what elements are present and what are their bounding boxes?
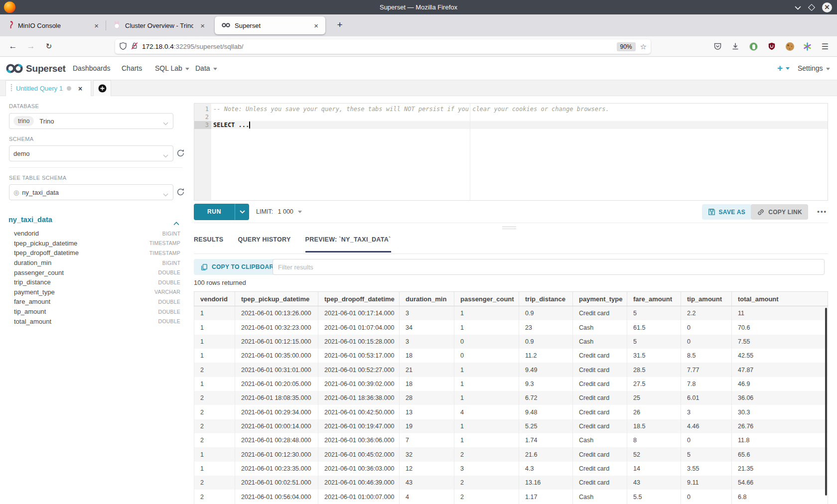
superset-brand[interactable]: Superset xyxy=(26,57,66,80)
nav-item-dashboards[interactable]: Dashboards xyxy=(73,57,111,80)
filter-results-input[interactable] xyxy=(273,259,825,275)
drag-handle-icon[interactable] xyxy=(10,84,12,94)
schema-select[interactable]: demo xyxy=(9,145,173,161)
app-root: Superset — Mozilla Firefox ✕ MinIO Conso… xyxy=(0,0,837,504)
nav-item-charts[interactable]: Charts xyxy=(122,57,142,80)
multi-account-icon[interactable] xyxy=(802,41,813,52)
table-cell: 1.17 xyxy=(519,490,573,504)
more-options-button[interactable]: ••• xyxy=(817,204,827,220)
add-query-tab-button[interactable] xyxy=(93,80,111,96)
lock-insecure-icon[interactable] xyxy=(131,42,139,52)
query-tab-active[interactable]: Untitled Query 1 × xyxy=(5,80,91,96)
run-button-label[interactable]: RUN xyxy=(194,204,235,220)
sql-comment-line: -- Note: Unless you save your query, the… xyxy=(211,105,828,113)
schema-column-row[interactable]: vendoridBIGINT xyxy=(14,229,180,239)
shield-icon[interactable] xyxy=(119,42,127,52)
text-cursor xyxy=(249,122,250,128)
table-cell: 2021-06-01 00:02:51.000 xyxy=(235,476,318,490)
tab-close-icon[interactable]: × xyxy=(312,21,320,30)
table-cell: 26 xyxy=(627,405,681,419)
table-cell: 4 xyxy=(454,405,519,419)
window-minimize-icon[interactable] xyxy=(795,3,801,12)
url-bar[interactable]: 172.18.0.4:32295/superset/sqllab/ 90% ☆ xyxy=(115,39,651,54)
table-cell: 2021-06-01 01:00:07.000 xyxy=(318,490,400,504)
table-cell: 21 xyxy=(400,363,454,377)
pocket-icon[interactable] xyxy=(712,41,723,52)
nav-item-data[interactable]: Data xyxy=(195,57,217,80)
superset-logo-icon[interactable] xyxy=(5,63,24,76)
sql-editor[interactable]: 1 2 3 -- Note: Unless you save your quer… xyxy=(194,103,828,201)
schema-column-row[interactable]: total_amountDOUBLE xyxy=(14,316,180,326)
run-options-caret[interactable] xyxy=(235,204,249,220)
editor-toolbar: RUN LIMIT: 1 000 SAVE AS COPY LINK ••• xyxy=(194,201,828,223)
downloads-icon[interactable] xyxy=(730,41,741,52)
column-header[interactable]: tip_amount xyxy=(681,292,732,306)
column-header[interactable]: total_amount xyxy=(732,292,828,306)
schema-column-row[interactable]: tpep_pickup_datetimeTIMESTAMP xyxy=(14,239,180,249)
tab-close-icon[interactable]: × xyxy=(198,21,207,30)
editor-lines[interactable]: -- Note: Unless you save your query, the… xyxy=(211,105,828,129)
column-header[interactable]: fare_amount xyxy=(627,292,681,306)
schema-column-row[interactable]: passenger_countDOUBLE xyxy=(14,267,180,277)
cookie-icon[interactable] xyxy=(784,41,795,52)
tab-results[interactable]: RESULTS xyxy=(194,236,224,252)
window-close-icon[interactable]: ✕ xyxy=(822,2,832,12)
tab-preview[interactable]: PREVIEW: `NY_TAXI_DATA` xyxy=(305,236,391,252)
collapse-table-icon[interactable] xyxy=(173,219,179,228)
save-as-button[interactable]: SAVE AS xyxy=(702,204,751,220)
schema-column-row[interactable]: tpep_dropoff_datetimeTIMESTAMP xyxy=(14,248,180,258)
settings-menu[interactable]: Settings xyxy=(798,57,830,80)
column-header[interactable]: vendorid xyxy=(194,292,235,306)
table-select[interactable]: ◎ ny_taxi_data xyxy=(9,184,173,200)
refresh-schemas-icon[interactable] xyxy=(176,149,185,158)
browser-tab-superset[interactable]: Superset × xyxy=(215,16,325,34)
copy-link-button[interactable]: COPY LINK xyxy=(751,204,808,220)
refresh-tables-icon[interactable] xyxy=(176,188,185,197)
table-row: 22021-06-01 00:31:01.0002021-06-01 00:52… xyxy=(194,363,828,377)
new-tab-button[interactable]: + xyxy=(332,18,347,33)
reload-button[interactable]: ↻ xyxy=(42,36,56,56)
nav-item-sql-lab[interactable]: SQL Lab xyxy=(155,57,189,80)
browser-tab-trino[interactable]: Cluster Overview - Trino × xyxy=(106,14,212,36)
table-cell: 1 xyxy=(454,391,519,405)
bookmark-star-icon[interactable]: ☆ xyxy=(640,42,647,51)
back-button[interactable]: ← xyxy=(6,36,20,56)
schema-column-row[interactable]: trip_distanceDOUBLE xyxy=(14,277,180,287)
plus-circle-icon xyxy=(98,84,107,93)
url-path: :32295/superset/sqllab/ xyxy=(174,43,244,50)
schema-column-row[interactable]: fare_amountDOUBLE xyxy=(14,297,180,307)
menu-hamburger-icon[interactable]: ☰ xyxy=(820,41,831,52)
database-select[interactable]: trino Trino xyxy=(9,113,173,129)
table-cell: 5 xyxy=(627,335,681,349)
table-cell: 1 xyxy=(194,335,235,349)
column-header[interactable]: payment_type xyxy=(573,292,627,306)
page-zoom-badge[interactable]: 90% xyxy=(617,42,636,51)
url-text[interactable]: 172.18.0.4:32295/superset/sqllab/ xyxy=(142,43,243,50)
extension-icon[interactable] xyxy=(748,41,759,52)
table-cell: 32 xyxy=(400,447,454,461)
browser-tab-minio[interactable]: MinIO Console × xyxy=(0,14,106,36)
schema-column-row[interactable]: payment_typeVARCHAR xyxy=(14,287,180,297)
resize-handle[interactable] xyxy=(502,225,516,229)
table-schema-title[interactable]: ny_taxi_data xyxy=(8,216,52,224)
ublock-icon[interactable] xyxy=(766,41,777,52)
schema-column-row[interactable]: duration_minBIGINT xyxy=(14,258,180,268)
add-new-button[interactable]: + xyxy=(777,57,790,80)
database-label: DATABASE xyxy=(9,103,39,109)
column-header[interactable]: tpep_dropoff_datetime xyxy=(318,292,400,306)
column-header[interactable]: passenger_count xyxy=(454,292,519,306)
table-cell: 2021-06-01 00:15:28.000 xyxy=(318,335,400,349)
window-maximize-icon[interactable] xyxy=(808,3,815,10)
tab-close-icon[interactable]: × xyxy=(92,21,101,30)
schema-column-row[interactable]: tip_amountDOUBLE xyxy=(14,307,180,317)
table-scrollbar[interactable] xyxy=(825,308,827,496)
copy-to-clipboard-button[interactable]: COPY TO CLIPBOARD xyxy=(194,259,285,275)
query-tab-close-icon[interactable]: × xyxy=(78,85,82,93)
forward-button[interactable]: → xyxy=(24,36,38,56)
column-header[interactable]: duration_min xyxy=(400,292,454,306)
run-button[interactable]: RUN xyxy=(194,204,249,220)
column-header[interactable]: trip_distance xyxy=(519,292,573,306)
tab-query-history[interactable]: QUERY HISTORY xyxy=(238,236,291,252)
limit-dropdown[interactable]: LIMIT: 1 000 xyxy=(256,201,302,223)
column-header[interactable]: tpep_pickup_datetime xyxy=(235,292,318,306)
